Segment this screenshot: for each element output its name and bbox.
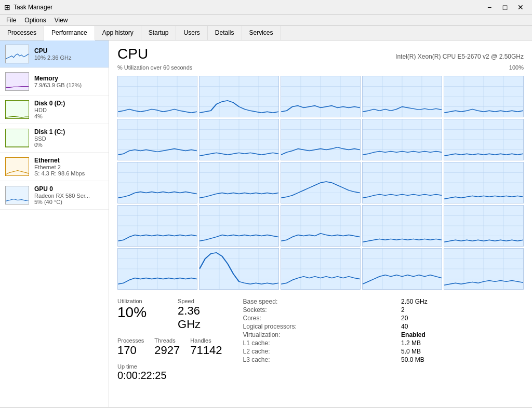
processes-value: 170 xyxy=(117,344,144,357)
logical-label: Logical processors: xyxy=(243,323,393,330)
gpu-model: Radeon RX 580 Ser... xyxy=(34,193,103,199)
tab-details[interactable]: Details xyxy=(208,26,242,40)
cpu-core-graph-8 xyxy=(362,119,442,160)
cpu-core-graph-22 xyxy=(281,248,361,290)
util-label: % Utilization over 60 seconds xyxy=(117,64,192,71)
svg-rect-2 xyxy=(6,101,29,118)
virt-label: Virtualization: xyxy=(243,331,393,338)
uptime-section: Up time 0:00:22:25 xyxy=(117,363,222,382)
utilization-group: Utilization 10% xyxy=(117,298,147,331)
title-bar-controls: − □ ✕ xyxy=(482,2,528,12)
processes-group: Processes 170 xyxy=(117,337,144,357)
tab-startup[interactable]: Startup xyxy=(141,26,177,40)
menu-view[interactable]: View xyxy=(50,16,72,25)
cpu-core-graph-10 xyxy=(117,162,197,203)
info-grid: Base speed: 2.50 GHz Sockets: 2 Cores: 2… xyxy=(243,298,524,363)
main-container: CPU 10% 2.36 GHz CPU activity Memory 7.9… xyxy=(0,40,532,407)
stats-right: Base speed: 2.50 GHz Sockets: 2 Cores: 2… xyxy=(243,298,524,382)
disk0-pct: 4% xyxy=(34,113,103,119)
menu-options[interactable]: Options xyxy=(20,16,50,25)
tabs-bar: Processes Performance App history Startu… xyxy=(0,26,532,40)
cpu-core-graph-7 xyxy=(281,119,361,160)
cpu-core-graph-0 xyxy=(117,76,197,117)
cpu-core-graph-9 xyxy=(444,119,524,160)
cpu-core-graph-13 xyxy=(362,162,442,203)
logical-value: 40 xyxy=(401,323,524,330)
sidebar-item-memory[interactable]: Memory 7.9/63.9 GB (12%) xyxy=(0,68,109,96)
disk1-type: SSD xyxy=(34,135,103,142)
disk1-pct: 0% xyxy=(34,142,103,148)
sidebar-item-ethernet[interactable]: Ethernet Ethernet 2 S: 4.3 R: 98.6 Mbps xyxy=(0,153,109,181)
menu-file[interactable]: File xyxy=(2,16,20,25)
cpu-graphs-grid xyxy=(117,76,524,290)
tab-app-history[interactable]: App history xyxy=(95,26,141,40)
virt-value: Enabled xyxy=(401,331,524,338)
speed-value: 2.36 GHz xyxy=(178,304,222,331)
close-button[interactable]: ✕ xyxy=(513,2,528,12)
cpu-core-graph-4 xyxy=(444,76,524,117)
ethernet-mini-graph xyxy=(5,157,29,176)
cpu-core-graph-19 xyxy=(444,205,524,247)
memory-label: Memory xyxy=(34,75,103,82)
cpu-core-graph-3 xyxy=(362,76,442,117)
cores-label: Cores: xyxy=(243,315,393,322)
cpu-model: Intel(R) Xeon(R) CPU E5-2670 v2 @ 2.50GH… xyxy=(395,53,524,60)
cpu-core-graph-15 xyxy=(117,205,197,247)
memory-mini-graph xyxy=(5,72,29,91)
cpu-core-graph-23 xyxy=(362,248,442,290)
sidebar-item-cpu[interactable]: CPU 10% 2.36 GHz CPU activity xyxy=(0,40,109,68)
stats-left: Utilization 10% Speed 2.36 GHz Processes… xyxy=(117,298,222,382)
disk1-mini-graph xyxy=(5,129,29,147)
tab-users[interactable]: Users xyxy=(176,26,207,40)
uptime-label: Up time xyxy=(117,363,222,370)
sockets-value: 2 xyxy=(401,306,524,314)
cpu-core-graph-17 xyxy=(281,205,361,247)
util-label-small: Utilization xyxy=(117,298,147,304)
app-icon: ⊞ xyxy=(4,3,10,11)
cpu-core-graph-11 xyxy=(199,162,279,203)
app-title: Task Manager xyxy=(14,4,52,11)
cpu-core-graph-6 xyxy=(199,119,279,160)
gpu-mini-graph xyxy=(5,186,29,205)
sidebar-item-disk1[interactable]: Disk 1 (C:) SSD 0% xyxy=(0,124,109,153)
cpu-stats: 10% 2.36 GHz xyxy=(34,55,103,61)
base-speed-label: Base speed: xyxy=(243,298,393,305)
cpu-core-graph-14 xyxy=(444,162,524,203)
stats-bottom: Utilization 10% Speed 2.36 GHz Processes… xyxy=(117,298,524,382)
cores-value: 20 xyxy=(401,315,524,322)
title-bar-left: ⊞ Task Manager xyxy=(4,3,52,11)
l1-label: L1 cache: xyxy=(243,339,393,347)
cpu-core-graph-1 xyxy=(199,76,279,117)
util-speed-row: Utilization 10% Speed 2.36 GHz xyxy=(117,298,222,331)
sidebar-item-disk0[interactable]: Disk 0 (D:) HDD 4% xyxy=(0,96,109,124)
ethernet-stats: S: 4.3 R: 98.6 Mbps xyxy=(34,170,103,176)
tab-services[interactable]: Services xyxy=(242,26,281,40)
tab-performance[interactable]: Performance xyxy=(44,26,95,40)
cpu-core-graph-12 xyxy=(281,162,361,203)
cpu-core-graph-16 xyxy=(199,205,279,247)
cpu-core-graph-18 xyxy=(362,205,442,247)
threads-label: Threads xyxy=(154,337,180,344)
cpu-label: CPU xyxy=(34,47,103,55)
tab-processes[interactable]: Processes xyxy=(0,26,44,40)
cpu-mini-graph xyxy=(5,45,29,63)
sidebar: CPU 10% 2.36 GHz CPU activity Memory 7.9… xyxy=(0,40,109,407)
cpu-title: CPU xyxy=(117,46,148,62)
handles-label: Handles xyxy=(190,337,222,344)
maximize-button[interactable]: □ xyxy=(498,2,512,12)
l2-value: 5.0 MB xyxy=(401,348,524,355)
sidebar-item-gpu[interactable]: GPU 0 Radeon RX 580 Ser... 5% (40 °C) xyxy=(0,181,109,210)
cpu-core-graph-5 xyxy=(117,119,197,160)
cpu-core-graph-2 xyxy=(281,76,361,117)
disk1-label: Disk 1 (C:) xyxy=(34,128,103,135)
gpu-label: GPU 0 xyxy=(34,185,103,193)
minimize-button[interactable]: − xyxy=(482,2,497,12)
l3-label: L3 cache: xyxy=(243,356,393,363)
util-value: 10% xyxy=(117,304,147,321)
pct-max-label: 100% xyxy=(509,64,524,71)
handles-group: Handles 71142 xyxy=(190,337,222,357)
sockets-label: Sockets: xyxy=(243,306,393,314)
disk0-mini-graph xyxy=(5,100,29,119)
title-bar: ⊞ Task Manager − □ ✕ xyxy=(0,0,532,15)
threads-group: Threads 2927 xyxy=(154,337,180,357)
